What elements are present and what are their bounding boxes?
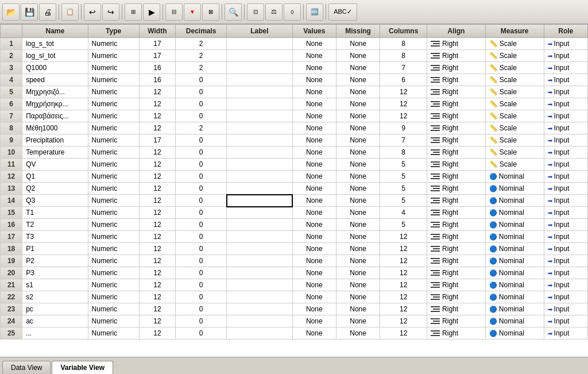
cell-role[interactable]: ➡ Input <box>544 134 587 146</box>
cell-width[interactable]: 17 <box>139 134 176 146</box>
cell-values[interactable]: None <box>292 315 336 327</box>
cell-name[interactable]: QV <box>22 159 88 171</box>
cell-columns[interactable]: 12 <box>380 279 427 291</box>
cell-align[interactable]: Right <box>427 146 486 159</box>
cell-decimals[interactable]: 0 <box>176 74 227 86</box>
cell-label[interactable] <box>227 303 292 315</box>
cell-measure[interactable]: 🔵 Nominal <box>485 195 544 207</box>
cell-columns[interactable]: 5 <box>380 159 427 171</box>
cell-role[interactable]: ➡ Input <box>544 291 587 303</box>
cell-measure[interactable]: 📏 Scale <box>485 110 544 122</box>
cell-measure[interactable]: 🔵 Nominal <box>485 243 544 255</box>
cell-type[interactable]: Numeric <box>88 38 139 50</box>
cell-name[interactable]: Q1 <box>22 171 88 183</box>
cell-name[interactable]: Precipitation <box>22 134 88 146</box>
cell-name[interactable]: log_sl_tot <box>22 50 88 62</box>
cell-role[interactable]: ➡ Input <box>544 183 587 195</box>
cell-name[interactable]: pc <box>22 303 88 315</box>
cell-values[interactable]: None <box>292 110 336 122</box>
cell-missing[interactable]: None <box>336 110 380 122</box>
cell-measure[interactable]: 📏 Scale <box>485 98 544 110</box>
cell-type[interactable]: Numeric <box>88 146 139 159</box>
cell-measure[interactable]: 📏 Scale <box>485 134 544 146</box>
cell-decimals[interactable]: 0 <box>176 255 227 267</box>
cell-width[interactable]: 17 <box>139 38 176 50</box>
cell-columns[interactable]: 12 <box>380 291 427 303</box>
col-header-name[interactable]: Name <box>22 25 88 38</box>
cell-name[interactable]: log_s_tot <box>22 38 88 50</box>
cell-columns[interactable]: 12 <box>380 243 427 255</box>
cell-missing[interactable]: None <box>336 315 380 327</box>
col-header-align[interactable]: Align <box>427 25 486 38</box>
cell-type[interactable]: Numeric <box>88 134 139 146</box>
cell-label[interactable] <box>227 38 292 50</box>
col-header-role[interactable]: Role <box>544 25 587 38</box>
table-row[interactable]: 11 QV Numeric 12 0 None None 5 Right 📏 S… <box>1 159 588 171</box>
cell-decimals[interactable]: 0 <box>176 86 227 98</box>
table-row[interactable]: 19 P2 Numeric 12 0 None None 12 Right 🔵 … <box>1 255 588 267</box>
cell-name[interactable]: P2 <box>22 255 88 267</box>
cell-width[interactable]: 12 <box>139 183 176 195</box>
cell-label[interactable] <box>227 122 292 134</box>
table-row[interactable]: 22 s2 Numeric 12 0 None None 12 Right 🔵 … <box>1 291 588 303</box>
tab-variable-view[interactable]: Variable View <box>52 361 113 374</box>
cell-measure[interactable]: 🔵 Nominal <box>485 231 544 243</box>
cell-label[interactable] <box>227 110 292 122</box>
table-row[interactable]: 13 Q2 Numeric 12 0 None None 5 Right 🔵 N… <box>1 183 588 195</box>
cell-decimals[interactable]: 0 <box>176 279 227 291</box>
cell-align[interactable]: Right <box>427 98 486 110</box>
cell-name[interactable]: Μηχρήσηκρ... <box>22 98 88 110</box>
cell-label[interactable] <box>227 255 292 267</box>
cell-values[interactable]: None <box>292 134 336 146</box>
table-row[interactable]: 20 P3 Numeric 12 0 None None 12 Right 🔵 … <box>1 267 588 279</box>
cell-label[interactable] <box>227 183 292 195</box>
cell-missing[interactable]: None <box>336 134 380 146</box>
table-row[interactable]: 10 Temperature Numeric 12 0 None None 8 … <box>1 146 588 159</box>
cell-columns[interactable]: 7 <box>380 62 427 74</box>
cell-missing[interactable]: None <box>336 219 380 231</box>
table-row[interactable]: 9 Precipitation Numeric 17 0 None None 7… <box>1 134 588 146</box>
cell-role[interactable]: ➡ Input <box>544 267 587 279</box>
table-row[interactable]: 6 Μηχρήσηκρ... Numeric 12 0 None None 12… <box>1 98 588 110</box>
cell-measure[interactable]: 🔵 Nominal <box>485 279 544 291</box>
cell-name[interactable]: Μηχρησιζό... <box>22 86 88 98</box>
cell-align[interactable]: Right <box>427 159 486 171</box>
cell-align[interactable]: Right <box>427 183 486 195</box>
cell-align[interactable]: Right <box>427 327 486 340</box>
cell-width[interactable]: 12 <box>139 219 176 231</box>
cell-role[interactable]: ➡ Input <box>544 207 587 219</box>
cell-measure[interactable]: 🔵 Nominal <box>485 219 544 231</box>
cell-type[interactable]: Numeric <box>88 255 139 267</box>
table-scroll[interactable]: Name Type Width Decimals Label Values Mi… <box>0 24 588 357</box>
table-row[interactable]: 1 log_s_tot Numeric 17 2 None None 8 Rig… <box>1 38 588 50</box>
table-row[interactable]: 21 s1 Numeric 12 0 None None 12 Right 🔵 … <box>1 279 588 291</box>
cell-align[interactable]: Right <box>427 279 486 291</box>
cell-type[interactable]: Numeric <box>88 315 139 327</box>
tab-data-view[interactable]: Data View <box>2 361 51 374</box>
insert-variable-button[interactable]: ⊟ <box>165 3 183 21</box>
cell-missing[interactable]: None <box>336 98 380 110</box>
cell-measure[interactable]: 🔵 Nominal <box>485 183 544 195</box>
cell-values[interactable]: None <box>292 219 336 231</box>
cell-columns[interactable]: 12 <box>380 303 427 315</box>
cell-columns[interactable]: 12 <box>380 267 427 279</box>
cell-decimals[interactable]: 2 <box>176 50 227 62</box>
cell-columns[interactable]: 7 <box>380 134 427 146</box>
cell-values[interactable]: None <box>292 38 336 50</box>
col-header-decimals[interactable]: Decimals <box>176 25 227 38</box>
cell-values[interactable]: None <box>292 62 336 74</box>
cell-width[interactable]: 12 <box>139 146 176 159</box>
cell-columns[interactable]: 12 <box>380 231 427 243</box>
cell-type[interactable]: Numeric <box>88 98 139 110</box>
cell-columns[interactable]: 4 <box>380 207 427 219</box>
cell-type[interactable]: Numeric <box>88 231 139 243</box>
cell-missing[interactable]: None <box>336 243 380 255</box>
cell-values[interactable]: None <box>292 98 336 110</box>
cell-align[interactable]: Right <box>427 122 486 134</box>
cell-width[interactable]: 12 <box>139 171 176 183</box>
cell-decimals[interactable]: 0 <box>176 159 227 171</box>
cell-measure[interactable]: 🔵 Nominal <box>485 171 544 183</box>
cell-align[interactable]: Right <box>427 291 486 303</box>
cell-type[interactable]: Numeric <box>88 219 139 231</box>
cell-type[interactable]: Numeric <box>88 171 139 183</box>
